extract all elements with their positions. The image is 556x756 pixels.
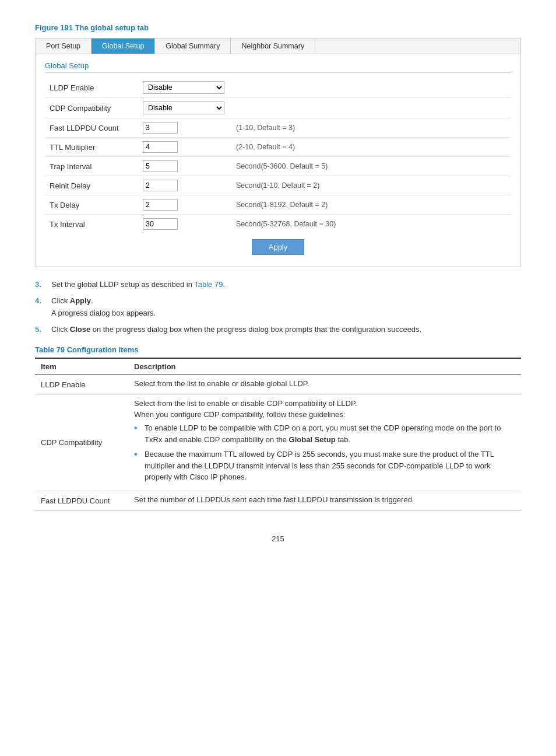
form-row: Trap IntervalSecond(5-3600, Default = 5) [45,157,511,176]
tab-global-summary[interactable]: Global Summary [155,38,231,54]
description-text: When you configure CDP compatibility, fo… [134,410,515,419]
form-input-cell: DisableEnable [138,78,231,98]
form-label: Trap Interval [45,157,138,176]
list-item: •To enable LLDP to be compatible with CD… [134,422,515,445]
section-heading: Global Setup [45,61,511,73]
table-row: LLDP EnableSelect from the list to enabl… [35,375,521,395]
step-number: 4. [35,295,51,307]
list-item: 4.Click Apply.A progress dialog box appe… [35,295,521,319]
form-input-cell [138,118,231,138]
form-row: TTL Multiplier(2-10, Default = 4) [45,138,511,157]
step-bold: Apply [70,296,91,305]
step-link[interactable]: Table 79 [194,280,223,289]
apply-container: Apply [45,233,511,257]
form-input-tx-interval[interactable] [143,218,178,230]
form-label: TTL Multiplier [45,138,138,157]
tab-neighbor-summary[interactable]: Neighbor Summary [231,38,315,54]
form-input-reinit-delay[interactable] [143,180,178,191]
bullet-icon: • [134,421,145,435]
table-cell-description: Select from the list to enable or disabl… [128,375,521,395]
form-label: CDP Compatibility [45,98,138,118]
form-hint: Second(1-10, Default = 2) [231,176,511,195]
form-hint: Second(1-8192, Default = 2) [231,195,511,215]
tab-global-setup[interactable]: Global Setup [92,38,155,54]
tabs-bar: Port SetupGlobal SetupGlobal SummaryNeig… [36,38,520,54]
step-text: Click Close on the progress dialog box w… [51,325,421,334]
table-cell-description: Set the number of LLDPDUs sent each time… [128,491,521,510]
step-number: 5. [35,324,51,335]
form-input-cell [138,176,231,195]
form-label: Tx Delay [45,195,138,215]
form-row: LLDP EnableDisableEnable [45,78,511,98]
form-row: Reinit DelaySecond(1-10, Default = 2) [45,176,511,195]
apply-button[interactable]: Apply [252,239,305,255]
page-number: 215 [35,534,521,543]
list-item: 3.Set the global LLDP setup as described… [35,279,521,290]
config-table: ItemDescriptionLLDP EnableSelect from th… [35,358,521,511]
step-bold: Close [70,325,90,334]
steps-list: 3.Set the global LLDP setup as described… [35,279,521,335]
table-cell-item: CDP Compatibility [35,395,128,491]
description-text: Select from the list to enable or disabl… [134,379,515,388]
figure-title: Figure 191 The global setup tab [35,23,521,32]
form-hint [231,78,511,98]
table-cell-description: Select from the list to enable or disabl… [128,395,521,491]
table-title: Table 79 Configuration items [35,345,521,354]
form-hint: Second(5-32768, Default = 30) [231,215,511,234]
form-hint: (2-10, Default = 4) [231,138,511,157]
form-row: Tx IntervalSecond(5-32768, Default = 30) [45,215,511,234]
table-cell-item: LLDP Enable [35,375,128,395]
step-content: Set the global LLDP setup as described i… [51,279,521,290]
form-input-cell [138,215,231,234]
tab-port-setup[interactable]: Port Setup [36,38,92,54]
form-table: LLDP EnableDisableEnableCDP Compatibilit… [45,78,511,233]
form-hint: Second(5-3600, Default = 5) [231,157,511,176]
step-text: Click Apply. [51,296,93,305]
step-content: Click Close on the progress dialog box w… [51,324,521,335]
bullet-list: •To enable LLDP to be compatible with CD… [134,422,515,483]
table-header: Item [35,358,128,375]
form-select-cdp-compatibility[interactable]: DisableEnable [143,102,224,114]
step-subtext: A progress dialog box appears. [51,307,521,319]
form-hint [231,98,511,118]
form-input-cell: DisableEnable [138,98,231,118]
form-label: Reinit Delay [45,176,138,195]
table-header: Description [128,358,521,375]
form-label: Fast LLDPDU Count [45,118,138,138]
bullet-text: Because the maximum TTL allowed by CDP i… [145,449,515,483]
form-row: Tx DelaySecond(1-8192, Default = 2) [45,195,511,215]
tab-panel: Port SetupGlobal SetupGlobal SummaryNeig… [35,38,521,267]
step-number: 3. [35,279,51,290]
form-label: Tx Interval [45,215,138,234]
global-setup-section: Global Setup LLDP EnableDisableEnableCDP… [36,54,520,267]
form-input-tx-delay[interactable] [143,199,178,211]
description-text: Set the number of LLDPDUs sent each time… [134,495,515,504]
form-input-cell [138,138,231,157]
form-input-fast-lldpdu-count[interactable] [143,122,178,134]
table-cell-item: Fast LLDPDU Count [35,491,128,510]
step-content: Click Apply.A progress dialog box appear… [51,295,521,319]
form-input-ttl-multiplier[interactable] [143,141,178,153]
bullet-icon: • [134,447,145,461]
list-item: •Because the maximum TTL allowed by CDP … [134,449,515,483]
list-item: 5.Click Close on the progress dialog box… [35,324,521,335]
form-input-trap-interval[interactable] [143,160,178,172]
form-row: Fast LLDPDU Count(1-10, Default = 3) [45,118,511,138]
form-input-cell [138,195,231,215]
form-row: CDP CompatibilityDisableEnable [45,98,511,118]
step-text: Set the global LLDP setup as described i… [51,280,225,289]
form-input-cell [138,157,231,176]
form-hint: (1-10, Default = 3) [231,118,511,138]
bullet-text: To enable LLDP to be compatible with CDP… [145,422,515,445]
description-text: Select from the list to enable or disabl… [134,399,515,408]
table-row: CDP CompatibilitySelect from the list to… [35,395,521,491]
form-select-lldp-enable[interactable]: DisableEnable [143,81,224,94]
form-label: LLDP Enable [45,78,138,98]
table-row: Fast LLDPDU CountSet the number of LLDPD… [35,491,521,510]
